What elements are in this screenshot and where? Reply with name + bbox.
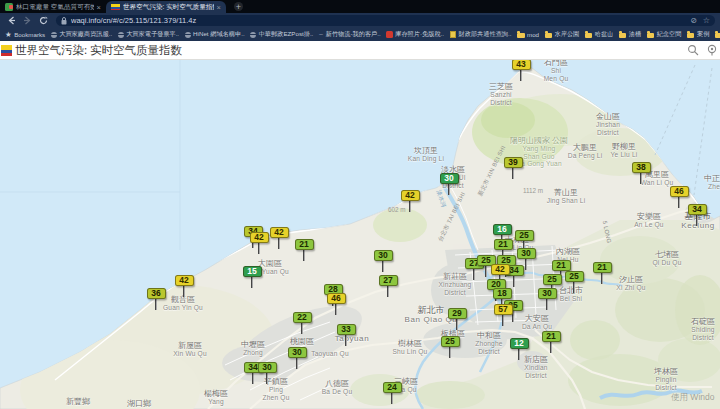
elevation-label: 1112 m xyxy=(523,187,543,194)
bookmark-label: 案例 xyxy=(697,30,709,39)
marker-pole xyxy=(252,373,254,384)
bookmark-item[interactable]: 哈盆山 xyxy=(585,30,614,39)
aqi-marker[interactable]: 46 xyxy=(327,293,346,304)
aqi-marker[interactable]: 27 xyxy=(379,275,398,286)
bookmark-item[interactable]: 水岸公園 xyxy=(545,30,580,39)
map-label: 石碇區ShidingDistrict xyxy=(691,317,715,341)
bookmark-item[interactable]: ★Bookmarks xyxy=(5,30,45,39)
folder-icon xyxy=(545,33,553,38)
aqi-marker[interactable]: 25 xyxy=(565,271,584,282)
back-button[interactable] xyxy=(7,16,16,25)
browser-toolbar: waqi.info/cn/#/c/25.115/121.379/11.4z ⊘ … xyxy=(0,13,720,28)
aqi-value: 25 xyxy=(515,230,534,241)
reload-button[interactable] xyxy=(39,16,48,25)
aqi-value: 21 xyxy=(593,262,612,273)
bookmark-item[interactable]: 中華郵政EZPost掛.. xyxy=(250,30,313,39)
map-label: 石門區ShiMen Qu xyxy=(544,60,569,82)
aqi-marker[interactable]: 21 xyxy=(494,239,513,250)
aqi-marker[interactable]: 33 xyxy=(337,324,356,335)
bookmark-item[interactable]: 大買家廠商資訊服.. xyxy=(51,30,112,39)
aqi-marker[interactable]: 25 xyxy=(515,230,534,241)
location-pin-icon[interactable] xyxy=(706,44,718,56)
bookmark-label: Bookmarks xyxy=(14,31,45,38)
map-label: Taoyuan xyxy=(335,334,369,343)
tilde-favicon: ~ xyxy=(319,30,323,39)
aqi-marker[interactable]: 22 xyxy=(293,312,312,323)
aqi-marker[interactable]: 57 xyxy=(494,304,513,315)
tab-waqi[interactable]: 世界空气污染: 实时空气质量指数 × xyxy=(106,1,226,13)
tab-close-icon[interactable]: × xyxy=(97,3,101,12)
site-header: 世界空气污染: 实时空气质量指数 xyxy=(0,41,720,60)
bookmark-item[interactable]: 大買家電子發票平.. xyxy=(118,30,179,39)
bookmark-item[interactable]: 北門 xyxy=(715,30,720,39)
globe-favicon xyxy=(185,32,191,38)
aqi-marker[interactable]: 38 xyxy=(632,162,651,173)
aqi-marker[interactable]: 25 xyxy=(441,336,460,347)
aqi-marker[interactable]: 21 xyxy=(295,239,314,250)
aqi-marker[interactable]: 24 xyxy=(383,382,402,393)
aqi-marker[interactable]: 18 xyxy=(493,288,512,299)
aqi-marker[interactable]: 15 xyxy=(243,266,262,277)
globe-favicon xyxy=(51,32,57,38)
aqi-marker[interactable]: 39 xyxy=(504,157,523,168)
bookmark-item[interactable]: HiNet 網域名稱申.. xyxy=(185,30,245,39)
blocked-content-icon[interactable]: ⊘ xyxy=(690,16,697,25)
search-icon[interactable] xyxy=(687,44,699,56)
aqi-marker[interactable]: 21 xyxy=(542,331,561,342)
url-text[interactable]: waqi.info/cn/#/c/25.115/121.379/11.4z xyxy=(71,16,684,25)
forward-button[interactable] xyxy=(23,16,32,25)
new-tab-button[interactable]: + xyxy=(234,2,243,11)
address-bar[interactable]: waqi.info/cn/#/c/25.115/121.379/11.4z ⊘ … xyxy=(56,15,715,26)
aqi-marker[interactable]: 42 xyxy=(270,227,289,238)
bookmark-star-icon[interactable]: ☆ xyxy=(703,16,710,25)
aqi-marker[interactable]: 34 xyxy=(688,204,707,215)
aqi-marker[interactable]: 30 xyxy=(374,250,393,261)
aqi-value: 21 xyxy=(494,239,513,250)
aqi-marker[interactable]: 21 xyxy=(552,260,571,271)
marker-pole xyxy=(502,315,504,326)
aqi-value: 46 xyxy=(327,293,346,304)
aqi-marker[interactable]: 16 xyxy=(493,224,512,235)
aqi-marker[interactable]: 42 xyxy=(175,275,194,286)
aqi-marker[interactable]: 42 xyxy=(250,232,269,243)
bookmark-item[interactable]: 油槽 xyxy=(619,30,641,39)
aqi-marker[interactable]: 29 xyxy=(448,308,467,319)
aqi-marker[interactable]: 36 xyxy=(147,288,166,299)
aqi-marker[interactable]: 25 xyxy=(543,274,562,285)
aqi-marker[interactable]: 42 xyxy=(401,190,420,201)
tab-linkou-article[interactable]: 林口電廠量 空氣品質可有效改.. × xyxy=(0,1,106,13)
aqi-marker[interactable]: 46 xyxy=(670,186,689,197)
aqi-marker[interactable]: 42 xyxy=(491,264,510,275)
bookmark-item[interactable]: 庫存照片·免版稅.. xyxy=(386,30,444,39)
aqi-value: 30 xyxy=(538,288,557,299)
map-label: 桃園區 xyxy=(290,337,314,346)
bookmark-item[interactable]: mod xyxy=(517,31,539,38)
bookmark-label: 財政部共通性查詢.. xyxy=(459,30,512,39)
aqi-marker[interactable]: 21 xyxy=(593,262,612,273)
aqi-marker[interactable]: 12 xyxy=(510,338,529,349)
folder-icon xyxy=(715,33,720,38)
aqi-marker[interactable]: 30 xyxy=(288,347,307,358)
tab-close-icon[interactable]: × xyxy=(217,3,221,12)
aqi-marker[interactable]: 30 xyxy=(538,288,557,299)
marker-pole xyxy=(696,215,698,226)
air-quality-map[interactable]: 石門區ShiMen Qu三芝區SanzhiDistrict金山區JinshanD… xyxy=(0,60,720,409)
marker-pole xyxy=(485,266,487,277)
bookmark-item[interactable]: 案例 xyxy=(687,30,709,39)
marker-pole xyxy=(473,269,475,280)
aqi-marker[interactable]: 30 xyxy=(258,362,277,373)
bookmark-item[interactable]: ~新竹物流-我的客戶.. xyxy=(319,30,381,39)
aqi-marker[interactable]: 30 xyxy=(440,173,459,184)
bookmarks-star-icon: ★ xyxy=(5,30,12,39)
bookmark-item[interactable]: 紀念空間 xyxy=(647,30,682,39)
aqi-marker[interactable]: 43 xyxy=(512,60,531,70)
marker-pole xyxy=(155,299,157,310)
aqi-value: 12 xyxy=(510,338,529,349)
site-favicon xyxy=(5,3,13,11)
bookmark-item[interactable]: 財政部共通性查詢.. xyxy=(450,30,512,39)
bookmark-label: mod xyxy=(527,31,539,38)
tab-title: 世界空气污染: 实时空气质量指数 xyxy=(123,3,214,12)
aqi-marker[interactable]: 30 xyxy=(517,248,536,259)
aqi-value: 27 xyxy=(379,275,398,286)
bookmark-label: 紀念空間 xyxy=(657,30,682,39)
